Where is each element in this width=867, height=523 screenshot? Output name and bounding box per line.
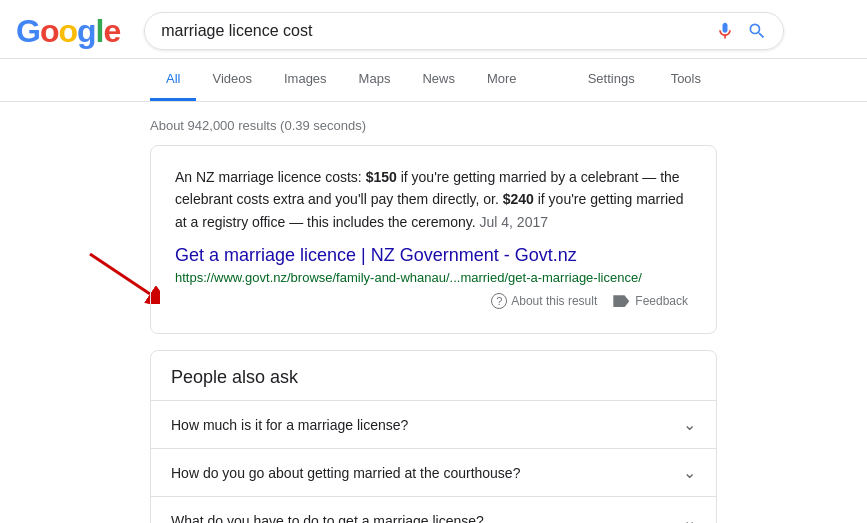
header: Google	[0, 0, 867, 59]
nav-tabs: All Videos Images Maps News More Setting…	[0, 59, 867, 102]
paa-item-3[interactable]: What do you have to do to get a marriage…	[151, 496, 716, 523]
paa-item-2[interactable]: How do you go about getting married at t…	[151, 448, 716, 496]
results-count: About 942,000 results (0.39 seconds)	[150, 110, 717, 145]
feedback-button[interactable]: Feedback	[613, 294, 688, 308]
logo-letter-g2: g	[77, 13, 96, 49]
question-mark-icon: ?	[491, 293, 507, 309]
snippet-text: An NZ marriage licence costs: $150 if yo…	[175, 166, 692, 233]
tab-videos[interactable]: Videos	[196, 59, 268, 101]
tab-images[interactable]: Images	[268, 59, 343, 101]
tab-more[interactable]: More	[471, 59, 533, 101]
tab-tools[interactable]: Tools	[655, 59, 717, 101]
result-footer: ? About this result Feedback	[175, 285, 692, 313]
logo-letter-o1: o	[40, 13, 59, 49]
result-title-link[interactable]: Get a marriage licence | NZ Government -…	[175, 245, 692, 266]
about-result-button[interactable]: ? About this result	[491, 293, 597, 309]
paa-question-3: What do you have to do to get a marriage…	[171, 513, 484, 523]
tab-all[interactable]: All	[150, 59, 196, 101]
snippet-date: Jul 4, 2017	[480, 214, 549, 230]
arrow-container: An NZ marriage licence costs: $150 if yo…	[150, 145, 717, 334]
paa-item-1[interactable]: How much is it for a marriage license? ⌄	[151, 400, 716, 448]
annotation-arrow	[80, 244, 160, 304]
logo-letter-e: e	[103, 13, 120, 49]
main-content: About 942,000 results (0.39 seconds) An …	[0, 102, 867, 523]
logo-letter-g: G	[16, 13, 40, 49]
svg-line-1	[90, 254, 150, 294]
tab-news[interactable]: News	[406, 59, 471, 101]
result-url: https://www.govt.nz/browse/family-and-wh…	[175, 270, 692, 285]
featured-snippet: An NZ marriage licence costs: $150 if yo…	[150, 145, 717, 334]
logo-letter-o2: o	[58, 13, 77, 49]
search-box[interactable]	[144, 12, 784, 50]
price-150: $150	[366, 169, 397, 185]
tab-maps[interactable]: Maps	[343, 59, 407, 101]
people-also-ask-title: People also ask	[151, 351, 716, 400]
price-240: $240	[503, 191, 534, 207]
feedback-icon	[613, 295, 629, 307]
search-icons	[715, 21, 767, 41]
google-logo: Google	[16, 13, 120, 50]
paa-question-2: How do you go about getting married at t…	[171, 465, 520, 481]
about-result-label: About this result	[511, 294, 597, 308]
chevron-down-icon-3: ⌄	[683, 511, 696, 523]
nav-right: Settings Tools	[572, 59, 717, 101]
search-icon[interactable]	[747, 21, 767, 41]
microphone-icon[interactable]	[715, 21, 735, 41]
chevron-down-icon-2: ⌄	[683, 463, 696, 482]
chevron-down-icon-1: ⌄	[683, 415, 696, 434]
feedback-label: Feedback	[635, 294, 688, 308]
search-input[interactable]	[161, 22, 707, 40]
people-also-ask-section: People also ask How much is it for a mar…	[150, 350, 717, 523]
tab-settings[interactable]: Settings	[572, 59, 651, 101]
paa-question-1: How much is it for a marriage license?	[171, 417, 408, 433]
